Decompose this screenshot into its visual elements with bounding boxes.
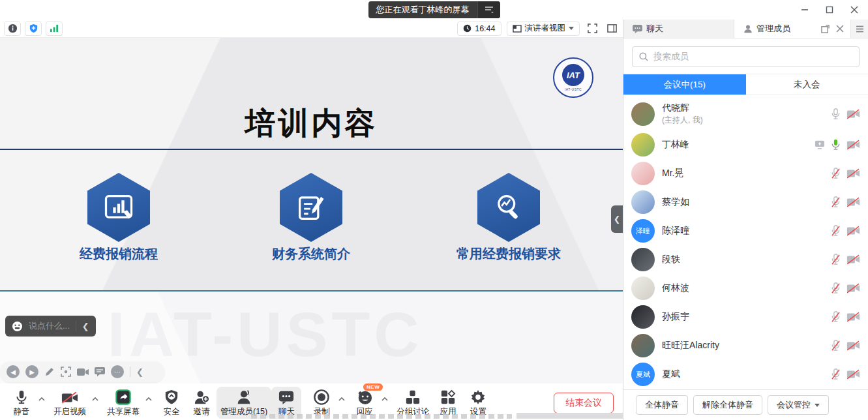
meeting-timer: 16:44 xyxy=(457,22,501,36)
camera-off-icon[interactable] xyxy=(846,140,860,150)
security-shield-icon[interactable] xyxy=(25,22,42,36)
unmute-all-button[interactable]: 解除全体静音 xyxy=(693,395,762,415)
member-row[interactable]: 丁林峰 xyxy=(623,130,868,159)
search-icon xyxy=(639,52,648,61)
video-options-chevron[interactable] xyxy=(90,389,100,409)
fullscreen-icon[interactable] xyxy=(585,22,599,36)
sidebar-panel: 聊天 管理成员 搜索成员 会议中(15) xyxy=(623,20,868,420)
share-options-chevron[interactable] xyxy=(143,389,154,409)
new-badge: NEW xyxy=(363,383,383,391)
maximize-button[interactable] xyxy=(820,1,839,18)
collapse-chat-icon[interactable]: ❮ xyxy=(82,322,89,331)
member-row[interactable]: Mr.晃 xyxy=(623,159,868,188)
panel-collapse-handle[interactable]: ❮ xyxy=(611,205,623,233)
camera-off-icon[interactable] xyxy=(846,168,860,179)
tab-not-joined[interactable]: 未入会 xyxy=(746,74,868,95)
hex-label-1: 经费报销流程 xyxy=(34,245,203,263)
titlebar: 您正在观看丁林峰的屏幕 xyxy=(0,0,868,20)
network-signal-icon[interactable] xyxy=(46,22,63,36)
camera-off-icon[interactable] xyxy=(846,369,860,380)
invite-button[interactable]: 邀请 xyxy=(187,387,217,419)
view-mode-dropdown[interactable]: 演讲者视图 xyxy=(507,22,580,36)
end-meeting-button[interactable]: 结束会议 xyxy=(554,393,614,413)
comment-icon[interactable] xyxy=(95,367,105,376)
hex-label-3: 常用经费报销要求 xyxy=(424,245,593,263)
avatar xyxy=(631,305,655,329)
avatar xyxy=(631,102,655,126)
meeting-control-button[interactable]: 会议管控 xyxy=(768,395,829,415)
mic-muted-icon[interactable] xyxy=(831,254,841,265)
hexagon-1 xyxy=(87,173,150,242)
camera-off-icon xyxy=(61,388,78,405)
member-name: 蔡学如 xyxy=(662,196,824,208)
camera-off-icon[interactable] xyxy=(846,197,860,207)
member-name: 代晓辉 xyxy=(662,102,824,114)
camera-icon[interactable] xyxy=(77,368,89,376)
next-icon[interactable]: ▶ xyxy=(25,365,38,378)
prev-icon[interactable]: ◀ xyxy=(7,365,20,378)
search-placeholder: 搜索成员 xyxy=(653,51,689,63)
mic-muted-icon[interactable] xyxy=(831,282,841,294)
camera-off-icon[interactable] xyxy=(846,312,860,322)
side-panel-toggle-icon[interactable] xyxy=(605,22,619,36)
emoji-icon[interactable] xyxy=(12,321,23,332)
reactions-options-chevron[interactable] xyxy=(380,389,390,409)
member-row[interactable]: 孙振宇 xyxy=(623,303,868,331)
divider xyxy=(130,367,130,377)
mic-muted-icon[interactable] xyxy=(831,225,841,237)
tab-manage-members[interactable]: 管理成员 xyxy=(734,20,850,38)
camera-off-icon[interactable] xyxy=(846,254,860,265)
mic-on-icon[interactable] xyxy=(831,108,841,120)
annotation-toolbar: ◀ ▶ ⋯ ❮ xyxy=(0,361,164,382)
meeting-info-icon[interactable] xyxy=(4,22,21,36)
camera-off-icon[interactable] xyxy=(846,226,860,236)
member-row[interactable]: 夏斌 夏斌 xyxy=(623,360,868,389)
mic-muted-icon[interactable] xyxy=(831,168,841,179)
member-row[interactable]: 何林波 xyxy=(623,274,868,303)
member-row[interactable]: 旺旺汪Alacrity xyxy=(623,331,868,360)
minimize-button[interactable] xyxy=(795,1,815,18)
hexagon-2 xyxy=(280,173,342,242)
mic-muted-icon[interactable] xyxy=(831,368,841,380)
member-row[interactable]: 段轶 xyxy=(623,245,868,274)
share-screen-button[interactable]: 共享屏幕 xyxy=(103,387,143,419)
mic-active-icon[interactable] xyxy=(831,139,841,151)
panel-menu-icon[interactable] xyxy=(850,20,868,38)
mic-muted-icon[interactable] xyxy=(831,311,841,323)
security-button[interactable]: 安全 xyxy=(157,387,187,419)
banner-menu-icon[interactable] xyxy=(477,1,500,18)
mute-all-button[interactable]: 全体静音 xyxy=(636,395,688,415)
mute-button[interactable]: 静音 xyxy=(7,387,37,419)
member-role: (主持人, 我) xyxy=(662,115,824,126)
screenshot-icon[interactable] xyxy=(61,367,71,377)
close-panel-icon[interactable] xyxy=(836,25,844,33)
start-video-button[interactable]: 开启视频 xyxy=(50,387,90,419)
camera-off-icon[interactable] xyxy=(846,340,860,351)
member-row[interactable]: 泽曈 陈泽曈 xyxy=(623,217,868,245)
member-row[interactable]: 蔡学如 xyxy=(623,188,868,217)
tab-chat[interactable]: 聊天 xyxy=(623,20,734,38)
member-name: 陈泽曈 xyxy=(662,225,824,237)
close-button[interactable] xyxy=(845,1,864,18)
member-row[interactable]: 代晓辉 (主持人, 我) xyxy=(623,98,868,130)
popout-panel-icon[interactable] xyxy=(821,25,830,33)
tab-in-meeting[interactable]: 会议中(15) xyxy=(623,74,746,95)
camera-off-icon[interactable] xyxy=(846,283,860,293)
camera-off-icon[interactable] xyxy=(846,109,860,119)
more-icon[interactable]: ⋯ xyxy=(111,365,124,378)
clock-icon xyxy=(463,24,471,33)
mic-muted-icon[interactable] xyxy=(831,196,841,208)
mic-muted-icon[interactable] xyxy=(831,340,841,352)
background-window-remnant xyxy=(516,413,623,419)
search-member-input[interactable]: 搜索成员 xyxy=(632,46,860,67)
mute-options-chevron[interactable] xyxy=(37,389,47,409)
invite-person-icon xyxy=(194,388,209,405)
gear-icon xyxy=(470,388,486,405)
quick-chat-overlay[interactable]: 说点什么... ❮ xyxy=(5,316,96,337)
record-options-chevron[interactable] xyxy=(337,389,347,409)
member-filter-tabs: 会议中(15) 未入会 xyxy=(623,74,868,95)
quick-chat-placeholder[interactable]: 说点什么... xyxy=(29,320,70,332)
pencil-icon[interactable] xyxy=(44,367,55,377)
collapse-toolbar-icon[interactable]: ❮ xyxy=(136,367,143,377)
member-actions-footer: 全体静音 解除全体静音 会议管控 xyxy=(623,389,868,420)
